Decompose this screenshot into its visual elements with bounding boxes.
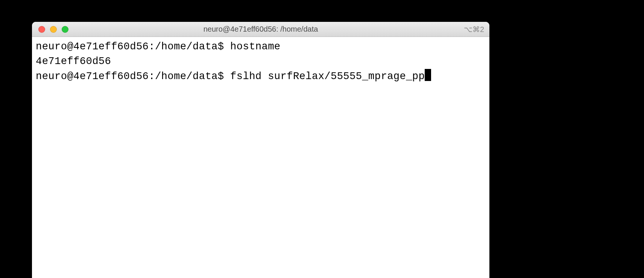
titlebar: neuro@4e71eff60d56: /home/data ⌥⌘2 xyxy=(32,22,489,37)
close-button[interactable] xyxy=(38,26,45,33)
cursor xyxy=(425,69,431,81)
minimize-button[interactable] xyxy=(50,26,57,33)
terminal-line: 4e71eff60d56 xyxy=(36,54,486,69)
output: 4e71eff60d56 xyxy=(36,55,111,67)
terminal-body[interactable]: neuro@4e71eff60d56:/home/data$ hostname4… xyxy=(32,37,489,278)
prompt: neuro@4e71eff60d56:/home/data$ xyxy=(36,70,230,82)
terminal-line: neuro@4e71eff60d56:/home/data$ hostname xyxy=(36,39,486,54)
traffic-lights xyxy=(32,26,68,33)
zoom-button[interactable] xyxy=(62,26,68,33)
command: hostname xyxy=(230,41,280,52)
shortcut-indicator: ⌥⌘2 xyxy=(464,25,484,34)
prompt: neuro@4e71eff60d56:/home/data$ xyxy=(36,41,230,52)
command: fslhd surfRelax/55555_mprage_pp xyxy=(230,70,425,82)
terminal-window: neuro@4e71eff60d56: /home/data ⌥⌘2 neuro… xyxy=(32,22,489,278)
terminal-line: neuro@4e71eff60d56:/home/data$ fslhd sur… xyxy=(36,69,486,84)
window-title: neuro@4e71eff60d56: /home/data xyxy=(204,25,318,34)
